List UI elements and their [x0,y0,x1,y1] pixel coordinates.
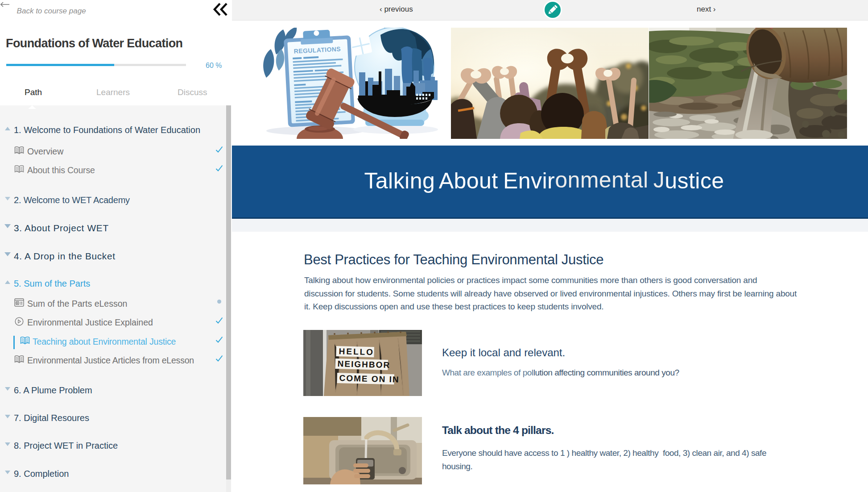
svg-text:COME ON IN: COME ON IN [339,373,400,384]
svg-text:NEIGHBOR: NEIGHBOR [337,359,390,370]
svg-text:HELLO: HELLO [339,346,374,357]
